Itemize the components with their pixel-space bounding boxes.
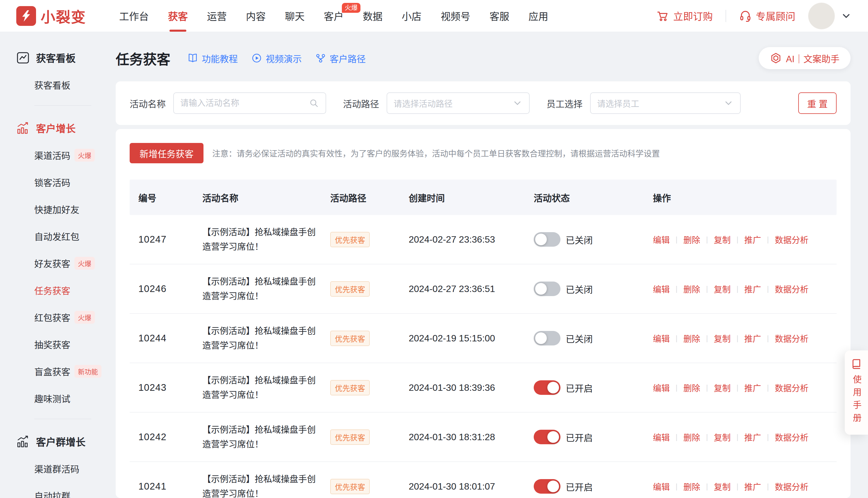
nav-item[interactable]: 内容 xyxy=(245,0,267,32)
nav-item[interactable]: 运营 xyxy=(206,0,228,32)
action-delete[interactable]: 删除 xyxy=(683,332,700,344)
sidebar-section-header: 客户群增长 xyxy=(16,434,116,449)
row-created: 2024-02-27 23:36:51 xyxy=(400,284,525,294)
action-promote[interactable]: 推广 xyxy=(744,480,761,493)
sidebar-item[interactable]: 趣味测试 xyxy=(34,392,116,405)
avatar[interactable] xyxy=(808,3,835,29)
action-delete[interactable]: 删除 xyxy=(683,283,700,295)
action-analytics[interactable]: 数据分析 xyxy=(775,381,808,394)
status-label: 已关闭 xyxy=(566,283,593,296)
table-row: 10244 【示例活动】抢私域操盘手创造营学习席位！ 优先获客 2024-02-… xyxy=(130,314,837,363)
nav-item[interactable]: 应用 xyxy=(527,0,549,32)
action-promote[interactable]: 推广 xyxy=(744,283,761,295)
action-copy[interactable]: 复制 xyxy=(714,480,731,493)
sidebar-item[interactable]: 好友获客 火爆 xyxy=(34,257,116,270)
reset-button[interactable]: 重 置 xyxy=(798,92,837,114)
sidebar-item[interactable]: 渠道活码 火爆 xyxy=(34,148,116,161)
sidebar-item[interactable]: 自动发红包 xyxy=(34,230,116,243)
action-analytics[interactable]: 数据分析 xyxy=(775,332,808,344)
row-path-tag: 优先获客 xyxy=(330,331,370,346)
action-delete[interactable]: 删除 xyxy=(683,431,700,443)
action-edit[interactable]: 编辑 xyxy=(653,332,670,344)
action-edit[interactable]: 编辑 xyxy=(653,480,670,493)
advisor-link[interactable]: 专属顾问 xyxy=(739,9,795,23)
sidebar-item-label: 渠道活码 xyxy=(34,148,70,161)
action-edit[interactable]: 编辑 xyxy=(653,431,670,443)
status-toggle[interactable] xyxy=(534,380,560,395)
status-toggle[interactable] xyxy=(534,331,560,345)
action-analytics[interactable]: 数据分析 xyxy=(775,233,808,246)
action-copy[interactable]: 复制 xyxy=(714,233,731,246)
nav-item[interactable]: 客户 火爆 xyxy=(323,0,345,32)
status-toggle[interactable] xyxy=(534,281,560,296)
nav-item[interactable]: 工作台 xyxy=(118,0,150,32)
action-promote[interactable]: 推广 xyxy=(744,233,761,246)
row-created: 2024-02-19 15:15:00 xyxy=(400,333,525,344)
action-delete[interactable]: 删除 xyxy=(683,381,700,394)
video-demo-link[interactable]: 视频演示 xyxy=(251,52,302,65)
action-analytics[interactable]: 数据分析 xyxy=(775,431,808,443)
action-promote[interactable]: 推广 xyxy=(744,431,761,443)
nav-item-badge: 火爆 xyxy=(342,3,361,13)
sidebar-item[interactable]: 抽奖获客 xyxy=(34,338,116,351)
row-actions: 编辑|删除|复制|推广|数据分析 xyxy=(644,431,837,443)
sidebar-item-label: 抽奖获客 xyxy=(34,338,70,351)
sidebar-item[interactable]: 快捷加好友 xyxy=(34,202,116,215)
sidebar-item[interactable]: 获客看板 xyxy=(34,78,116,91)
tutorial-link[interactable]: 功能教程 xyxy=(187,52,238,65)
divider xyxy=(726,10,726,22)
user-manual-tab[interactable]: 使用手册 xyxy=(845,350,868,435)
sidebar-item[interactable]: 任务获客 xyxy=(34,284,116,297)
action-copy[interactable]: 复制 xyxy=(714,283,731,295)
status-toggle[interactable] xyxy=(534,232,560,247)
row-actions: 编辑|删除|复制|推广|数据分析 xyxy=(644,381,837,394)
brand-logo[interactable]: 小裂变 xyxy=(16,5,86,26)
sidebar-item[interactable]: 盲盒获客 新功能 xyxy=(34,365,116,378)
action-separator: | xyxy=(767,433,769,442)
action-delete[interactable]: 删除 xyxy=(683,480,700,493)
row-name: 【示例活动】抢私域操盘手创造营学习席位！ xyxy=(202,422,319,451)
action-edit[interactable]: 编辑 xyxy=(653,283,670,295)
ai-copy-assistant-button[interactable]: AI｜文案助手 xyxy=(759,47,851,69)
activity-name-input[interactable] xyxy=(180,99,309,108)
sidebar-item-label: 自动发红包 xyxy=(34,230,79,243)
staff-filter: 员工选择 请选择员工 xyxy=(546,92,741,114)
add-task-button[interactable]: 新增任务获客 xyxy=(130,143,204,163)
status-toggle[interactable] xyxy=(534,430,560,444)
nav-item[interactable]: 数据 xyxy=(362,0,384,32)
action-promote[interactable]: 推广 xyxy=(744,381,761,394)
action-separator: | xyxy=(767,334,769,343)
status-toggle[interactable] xyxy=(534,479,560,494)
nav-item-label: 视频号 xyxy=(441,9,470,23)
sidebar-item[interactable]: 渠道群活码 xyxy=(34,462,116,475)
sidebar-item[interactable]: 锁客活码 xyxy=(34,175,116,188)
action-copy[interactable]: 复制 xyxy=(714,381,731,394)
action-promote[interactable]: 推广 xyxy=(744,332,761,344)
nav-item[interactable]: 聊天 xyxy=(284,0,306,32)
action-edit[interactable]: 编辑 xyxy=(653,233,670,246)
sidebar-item-badge: 火爆 xyxy=(75,257,95,270)
sidebar-item-label: 任务获客 xyxy=(34,284,70,297)
table-header: 编号 活动名称 活动路径 创建时间 活动状态 操作 xyxy=(130,180,837,215)
sidebar-item-label: 获客看板 xyxy=(34,78,70,91)
action-edit[interactable]: 编辑 xyxy=(653,381,670,394)
chevron-down-icon[interactable] xyxy=(841,11,852,22)
action-separator: | xyxy=(706,235,708,244)
action-copy[interactable]: 复制 xyxy=(714,431,731,443)
nav-item[interactable]: 小店 xyxy=(401,0,423,32)
action-delete[interactable]: 删除 xyxy=(683,233,700,246)
order-now-link[interactable]: 立即订购 xyxy=(656,9,713,23)
staff-select[interactable]: 请选择员工 xyxy=(590,92,741,114)
action-analytics[interactable]: 数据分析 xyxy=(775,283,808,295)
action-analytics[interactable]: 数据分析 xyxy=(775,480,808,493)
customer-path-link[interactable]: 客户路径 xyxy=(315,52,366,65)
nav-item[interactable]: 客服 xyxy=(488,0,510,32)
sidebar-item[interactable]: 自动拉群 xyxy=(34,489,116,498)
nav-item[interactable]: 视频号 xyxy=(440,0,471,32)
sidebar-item[interactable]: 红包获客 火爆 xyxy=(34,311,116,324)
ai-button-label: AI｜文案助手 xyxy=(786,52,840,65)
activity-path-select[interactable]: 请选择活动路径 xyxy=(387,92,530,114)
nav-item[interactable]: 获客 xyxy=(167,0,189,32)
toggle-knob xyxy=(547,382,559,393)
action-copy[interactable]: 复制 xyxy=(714,332,731,344)
